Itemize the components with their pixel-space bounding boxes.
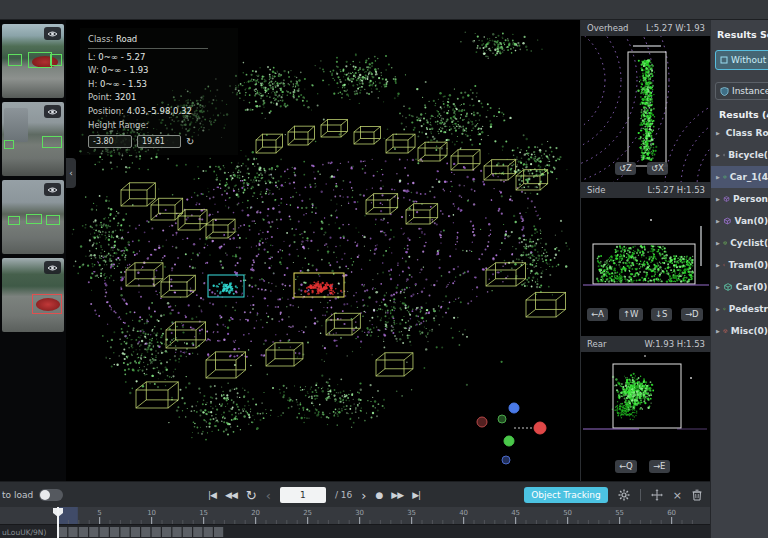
rotate-x-button[interactable]: ↺X [647, 162, 668, 175]
fast-forward-button[interactable]: ▶▶ [391, 490, 403, 500]
cube-icon [723, 304, 726, 314]
cube-icon [723, 326, 728, 336]
move-tool-icon[interactable] [651, 486, 663, 505]
caret-icon[interactable]: ▶ [716, 328, 720, 334]
caret-icon[interactable]: ▶ [716, 130, 720, 136]
tree-item-person[interactable]: ▶Person [711, 188, 768, 210]
move-down-button[interactable]: ↓S [651, 308, 672, 321]
replay-button[interactable]: ↻ [246, 488, 257, 503]
height-max-input[interactable] [137, 135, 181, 148]
refresh-icon[interactable]: ↻ [186, 137, 194, 147]
auto-load-toggle[interactable] [39, 489, 63, 501]
tree-item-car-1-4[interactable]: ▶Car_1(4 [711, 166, 768, 188]
tree-item-bicycle-[interactable]: ▶Bicycle( [711, 144, 768, 166]
bottom-toolbar: to load |◀◀◀↻‹/ 16›●▶▶▶| Object Tracking… [0, 481, 710, 507]
overhead-dims: L:5.27 W:1.93 [646, 23, 705, 33]
svg-text:5: 5 [97, 509, 101, 517]
cube-icon [723, 194, 730, 204]
timeline-track[interactable]: uLouUK/9N) [0, 524, 710, 538]
rewind-button[interactable]: ◀◀ [225, 490, 237, 500]
ortho-views-panel: Overhead L:5.27 W:1.93 ↺Z ↺X Side L:5.27… [580, 20, 710, 481]
top-bar [0, 0, 768, 20]
trash-icon[interactable] [692, 486, 702, 505]
playhead-line[interactable] [57, 507, 59, 538]
gear-icon[interactable] [618, 486, 630, 505]
svg-text:20: 20 [251, 509, 260, 517]
without-tag-button[interactable]: Without Ta [715, 50, 768, 70]
camera-thumbnail-2[interactable] [2, 102, 64, 176]
caret-icon[interactable]: ▶ [716, 174, 720, 180]
camera-thumbnail-3[interactable] [2, 180, 64, 254]
cube-icon [723, 260, 726, 270]
class-label: Class: [88, 34, 113, 44]
rear-view-canvas[interactable] [581, 352, 711, 481]
toolbar-divider [640, 489, 641, 501]
close-icon[interactable]: × [673, 490, 682, 501]
caret-icon[interactable]: ▶ [716, 284, 720, 290]
tree-item-van-0-[interactable]: ▶Van(0) [711, 210, 768, 232]
camera-thumbnail-strip [0, 20, 66, 481]
move-right-button[interactable]: →D [681, 308, 703, 321]
skip-start-button[interactable]: |◀ [208, 490, 216, 500]
height-min-input[interactable] [88, 135, 132, 148]
caret-icon[interactable]: ▶ [716, 152, 720, 158]
auto-load-label: to load [2, 490, 33, 500]
caret-icon[interactable]: ▶ [716, 306, 720, 312]
pointcloud-viewport[interactable]: Class: Road L: 0~∞ - 5.27 W: 0~∞ - 1.93 … [66, 20, 580, 481]
length-value: 0~∞ - 5.27 [98, 52, 145, 62]
caret-icon[interactable]: ▶ [716, 196, 720, 202]
cube-icon [723, 238, 727, 248]
side-view-header: Side L:5.27 H:1.53 [581, 182, 711, 198]
caret-icon[interactable]: ▶ [716, 240, 720, 246]
svg-text:40: 40 [459, 509, 468, 517]
transport-controls: |◀◀◀↻‹/ 16›●▶▶▶| [208, 482, 420, 508]
caret-icon[interactable]: ▶ [716, 218, 720, 224]
rotate-q-button[interactable]: ←Q [615, 460, 637, 473]
tree-item-car-0-[interactable]: ▶Car(0) [711, 276, 768, 298]
tree-item-tram-0-[interactable]: ▶Tram(0) [711, 254, 768, 276]
chevron-left-icon[interactable]: ‹ [66, 158, 76, 188]
tree-item-label: Cyclist( [730, 238, 768, 248]
caret-icon[interactable]: ▶ [716, 262, 720, 268]
tree-item-label: Class Ro [726, 128, 768, 138]
position-value: 4.03,-5.98,0.32 [127, 106, 192, 116]
rotate-z-button[interactable]: ↺Z [615, 162, 636, 175]
move-up-button[interactable]: ↑W [619, 308, 643, 321]
tree-item-label: Pedestr [729, 304, 768, 314]
next-frame-button[interactable]: › [361, 488, 366, 503]
tree-item-pedestr[interactable]: ▶Pedestr [711, 298, 768, 320]
object-tracking-button[interactable]: Object Tracking [524, 487, 608, 503]
timeline-ruler[interactable]: 51015202530354045505560 [0, 507, 710, 524]
camera-thumbnail-4[interactable] [2, 258, 64, 332]
camera-thumbnail-1[interactable] [2, 24, 64, 98]
results-count-row[interactable]: Results (46 [716, 109, 768, 120]
eye-icon[interactable] [44, 261, 61, 274]
tree-item-label: Tram(0) [728, 260, 768, 270]
results-panel: Results Source Without Ta Instance Resul… [710, 20, 768, 538]
record-button[interactable]: ● [375, 490, 382, 500]
skip-end-button[interactable]: ▶| [412, 490, 420, 500]
eye-icon[interactable] [44, 105, 61, 118]
tree-item-class-ro[interactable]: ▶Class Ro [711, 122, 768, 144]
instance-selector[interactable]: Instance [715, 82, 768, 100]
overhead-view-canvas[interactable] [581, 36, 711, 182]
svg-text:55: 55 [615, 509, 624, 517]
class-value: Road [116, 34, 137, 44]
svg-text:50: 50 [563, 509, 572, 517]
cube-icon [723, 216, 732, 226]
cube-icon [723, 282, 733, 292]
rotate-e-button[interactable]: →E [649, 460, 670, 473]
tree-item-cyclist-[interactable]: ▶Cyclist( [711, 232, 768, 254]
tree-item-label: Car_1(4 [730, 172, 768, 182]
svg-text:10: 10 [147, 509, 156, 517]
eye-icon[interactable] [44, 27, 61, 40]
tree-item-label: Person [733, 194, 768, 204]
shield-icon [720, 87, 729, 96]
rear-view-header: Rear W:1.93 H:1.53 [581, 336, 711, 352]
width-value: 0~∞ - 1.93 [101, 65, 148, 75]
tree-item-misc-0-[interactable]: ▶Misc(0) [711, 320, 768, 342]
move-left-button[interactable]: ←A [587, 308, 608, 321]
eye-icon[interactable] [44, 183, 61, 196]
frame-input[interactable] [280, 487, 326, 503]
prev-frame-button[interactable]: ‹ [266, 488, 271, 503]
